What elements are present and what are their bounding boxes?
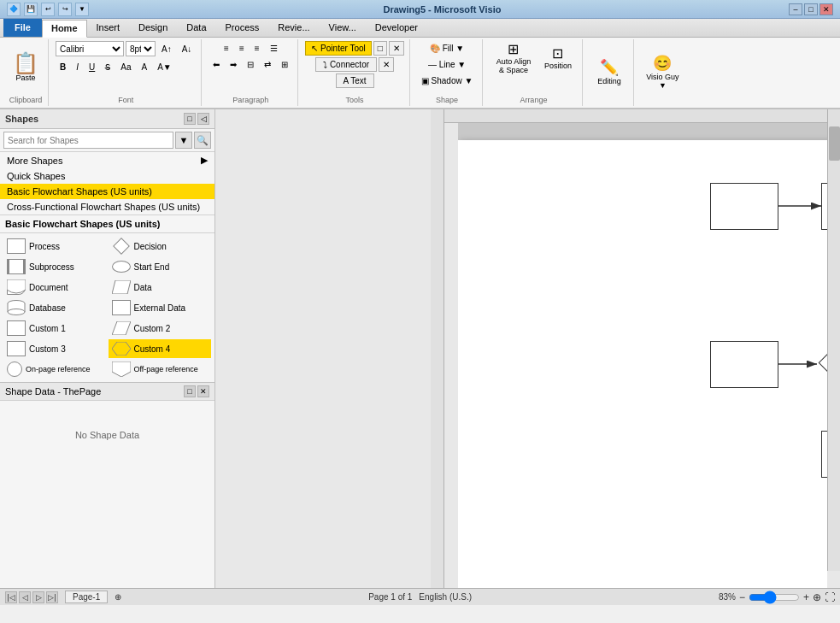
shape-s1[interactable] (710, 183, 778, 230)
panel-minimize-button[interactable]: □ (184, 113, 196, 125)
font-clear-button[interactable]: A (137, 60, 151, 74)
editing-button[interactable]: ✏️ Editing (590, 50, 628, 93)
fit-page-button[interactable]: ⊕ (813, 591, 821, 603)
font-size-select[interactable]: 8pt (126, 41, 156, 56)
shape-data-minimize[interactable]: □ (184, 385, 196, 397)
tab-data[interactable]: Data (177, 19, 215, 37)
page-tab[interactable]: Page-1 (65, 591, 108, 603)
position-button[interactable]: ⊡ Position (538, 41, 577, 73)
tab-insert[interactable]: Insert (87, 19, 130, 37)
shape-custom2[interactable]: Custom 2 (109, 319, 212, 338)
canvas-bg[interactable] (458, 123, 827, 588)
font-shrink-button[interactable]: A↓ (178, 42, 197, 56)
align-mid-button[interactable]: ⊟ (243, 57, 258, 72)
search-input[interactable] (3, 132, 173, 149)
text-dir-button[interactable]: ⇄ (260, 57, 275, 72)
maximize-button[interactable]: □ (804, 3, 818, 15)
panel-close-button[interactable]: ◁ (197, 113, 209, 125)
zoom-level: 83% (719, 592, 736, 602)
pointer-tool-button[interactable]: ↖ Pointer Tool (305, 41, 371, 56)
indent-left-button[interactable]: ⬅ (209, 57, 224, 72)
font-grow-button[interactable]: A↑ (157, 42, 176, 56)
indent-right-button[interactable]: ➡ (226, 57, 241, 72)
align-left-button[interactable]: ≡ (220, 41, 233, 56)
shape-document[interactable]: Document (3, 278, 107, 297)
connector-button[interactable]: ⤵ Connector (315, 57, 377, 72)
custom4-icon (112, 342, 131, 356)
shape-decision[interactable]: Decision (109, 237, 212, 256)
shape-custom1[interactable]: Custom 1 (3, 319, 107, 338)
canvas-area[interactable] (215, 109, 840, 588)
font-color-aa-button[interactable]: Aa (116, 60, 135, 74)
bold-button[interactable]: B (56, 60, 70, 74)
quick-access-undo[interactable]: ↩ (41, 3, 55, 16)
tab-design[interactable]: Design (129, 19, 177, 37)
nav-more-shapes[interactable]: More Shapes ▶ (0, 152, 214, 168)
quick-access-more[interactable]: ▼ (75, 3, 89, 16)
tab-file[interactable]: File (3, 19, 42, 37)
shadow-button[interactable]: ▣ Shadow ▼ (417, 73, 478, 88)
shape-external-data[interactable]: External Data (109, 298, 212, 317)
quick-access-save[interactable]: 💾 (24, 3, 38, 16)
tab-developer[interactable]: Developer (366, 19, 427, 37)
shape-onpage-ref[interactable]: On-page reference (3, 360, 107, 379)
align-center-button[interactable]: ≡ (235, 41, 249, 56)
nav-quick-shapes[interactable]: Quick Shapes (0, 168, 214, 184)
shape-custom4[interactable]: Custom 4 (109, 339, 212, 358)
tab-view[interactable]: View... (320, 19, 366, 37)
right-scrollbar[interactable] (827, 109, 840, 571)
tab-process[interactable]: Process (216, 19, 269, 37)
minimize-button[interactable]: – (789, 3, 802, 15)
connector-close[interactable]: ✕ (379, 57, 394, 72)
align-right-button[interactable]: ≡ (250, 41, 264, 56)
nav-cross-functional[interactable]: Cross-Functional Flowchart Shapes (US un… (0, 199, 214, 215)
shape-custom3[interactable]: Custom 3 (3, 339, 107, 358)
paste-button[interactable]: 📋 Paste (9, 44, 43, 91)
shape-data[interactable]: Data (109, 278, 212, 297)
zoom-slider[interactable] (749, 594, 800, 601)
drawing-canvas[interactable] (458, 140, 827, 588)
shape-process[interactable]: Process (3, 237, 107, 256)
search-submit-button[interactable]: 🔍 (194, 132, 211, 149)
pointer-tool-close[interactable]: ✕ (389, 41, 404, 56)
shape-startend[interactable]: Start End (109, 257, 212, 276)
nav-next-page[interactable]: ▷ (32, 591, 44, 603)
shape-s3[interactable] (710, 341, 778, 388)
add-page-button[interactable]: ⊕ (115, 592, 121, 602)
shape-subprocess[interactable]: Subprocess (3, 257, 107, 276)
column-button[interactable]: ⊞ (277, 57, 292, 72)
shape-s7[interactable] (821, 431, 827, 478)
nav-prev-page[interactable]: ◁ (19, 591, 31, 603)
shape-offpage-ref[interactable]: Off-page reference (109, 360, 212, 379)
tab-review[interactable]: Revie... (268, 19, 319, 37)
fill-button[interactable]: 🎨 Fill ▼ (426, 41, 468, 56)
strikethrough-button[interactable]: S̶ (101, 60, 115, 74)
font-family-select[interactable]: Calibri (56, 41, 124, 56)
underline-button[interactable]: U (85, 60, 99, 74)
quick-access-redo[interactable]: ↪ (58, 3, 72, 16)
nav-basic-flowchart[interactable]: Basic Flowchart Shapes (US units) (0, 184, 214, 199)
shape-s2[interactable] (821, 183, 827, 230)
search-dropdown-button[interactable]: ▼ (175, 132, 192, 149)
shape-data-close[interactable]: ✕ (197, 385, 209, 397)
para-bottom: ⬅ ➡ ⊟ ⇄ ⊞ (209, 57, 292, 72)
zoom-out-button[interactable]: − (739, 591, 745, 603)
tab-home[interactable]: Home (42, 20, 87, 38)
search-bar: ▼ 🔍 (0, 129, 214, 152)
shape-s4[interactable] (817, 337, 827, 388)
nav-last-page[interactable]: ▷| (46, 591, 58, 603)
nav-first-page[interactable]: |◁ (5, 591, 17, 603)
italic-button[interactable]: I (72, 60, 83, 74)
text-tool-button[interactable]: A Text (336, 73, 374, 88)
pointer-tool-expand[interactable]: □ (373, 41, 387, 56)
auto-align-button[interactable]: ⊞ Auto Align & Space (490, 41, 537, 73)
shape-database[interactable]: Database (3, 298, 107, 317)
visio-guy-button[interactable]: 😊 Visio Guy ▼ (641, 50, 684, 93)
font-a-button[interactable]: A▼ (153, 60, 176, 74)
ribbon-group-font: Calibri 8pt A↑ A↓ B I U S̶ Aa A A▼ (50, 39, 202, 106)
bullet-list-button[interactable]: ☰ (266, 41, 282, 56)
zoom-in-button[interactable]: + (803, 591, 809, 603)
close-button[interactable]: ✕ (819, 3, 833, 15)
line-button[interactable]: ― Line ▼ (424, 57, 470, 72)
full-screen-button[interactable]: ⛶ (825, 591, 835, 603)
